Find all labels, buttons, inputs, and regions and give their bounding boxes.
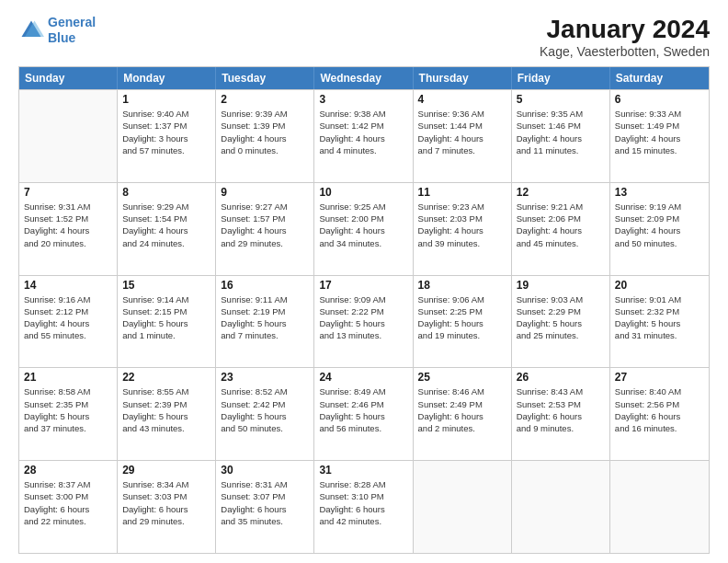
day-info: Sunrise: 8:37 AM Sunset: 3:00 PM Dayligh… (24, 478, 112, 527)
day-info: Sunrise: 8:40 AM Sunset: 2:56 PM Dayligh… (615, 385, 704, 434)
table-row: 28Sunrise: 8:37 AM Sunset: 3:00 PM Dayli… (19, 460, 709, 553)
cal-cell: 5Sunrise: 9:35 AM Sunset: 1:46 PM Daylig… (512, 90, 610, 182)
header: General Blue January 2024 Kage, Vaesterb… (18, 15, 710, 59)
cal-header-cell: Sunday (19, 67, 118, 89)
table-row: 14Sunrise: 9:16 AM Sunset: 2:12 PM Dayli… (19, 275, 709, 368)
day-number: 22 (122, 371, 210, 384)
cal-cell: 24Sunrise: 8:49 AM Sunset: 2:46 PM Dayli… (314, 368, 413, 460)
day-info: Sunrise: 9:25 AM Sunset: 2:00 PM Dayligh… (319, 201, 407, 249)
cal-cell: 3Sunrise: 9:38 AM Sunset: 1:42 PM Daylig… (314, 90, 413, 182)
cal-cell: 21Sunrise: 8:58 AM Sunset: 2:35 PM Dayli… (19, 368, 118, 460)
cal-cell: 8Sunrise: 9:29 AM Sunset: 1:54 PM Daylig… (118, 183, 216, 275)
subtitle: Kage, Vaesterbotten, Sweden (540, 44, 710, 59)
cal-cell: 20Sunrise: 9:01 AM Sunset: 2:32 PM Dayli… (610, 276, 709, 368)
day-info: Sunrise: 9:39 AM Sunset: 1:39 PM Dayligh… (221, 108, 309, 156)
day-info: Sunrise: 9:35 AM Sunset: 1:46 PM Dayligh… (517, 108, 605, 156)
day-info: Sunrise: 8:46 AM Sunset: 2:49 PM Dayligh… (418, 385, 506, 434)
main-title: January 2024 (540, 15, 710, 44)
cal-cell: 15Sunrise: 9:14 AM Sunset: 2:15 PM Dayli… (118, 276, 216, 368)
table-row: 21Sunrise: 8:58 AM Sunset: 2:35 PM Dayli… (19, 367, 709, 460)
cal-cell: 12Sunrise: 9:21 AM Sunset: 2:06 PM Dayli… (512, 183, 610, 275)
cal-cell (19, 90, 118, 182)
day-info: Sunrise: 8:43 AM Sunset: 2:53 PM Dayligh… (517, 385, 605, 434)
day-info: Sunrise: 9:23 AM Sunset: 2:03 PM Dayligh… (418, 201, 506, 249)
day-number: 6 (615, 93, 704, 106)
day-info: Sunrise: 8:49 AM Sunset: 2:46 PM Dayligh… (319, 385, 407, 434)
day-number: 2 (221, 93, 309, 106)
day-number: 13 (615, 186, 704, 199)
page: General Blue January 2024 Kage, Vaesterb… (0, 0, 728, 563)
cal-cell: 22Sunrise: 8:55 AM Sunset: 2:39 PM Dayli… (118, 368, 216, 460)
title-block: January 2024 Kage, Vaesterbotten, Sweden (540, 15, 710, 59)
table-row: 7Sunrise: 9:31 AM Sunset: 1:52 PM Daylig… (19, 182, 709, 275)
day-number: 21 (24, 371, 112, 384)
day-info: Sunrise: 9:33 AM Sunset: 1:49 PM Dayligh… (615, 108, 704, 156)
day-info: Sunrise: 9:31 AM Sunset: 1:52 PM Dayligh… (24, 201, 112, 249)
day-info: Sunrise: 9:36 AM Sunset: 1:44 PM Dayligh… (418, 108, 506, 156)
table-row: 1Sunrise: 9:40 AM Sunset: 1:37 PM Daylig… (19, 89, 709, 182)
day-number: 17 (319, 279, 407, 292)
cal-cell: 25Sunrise: 8:46 AM Sunset: 2:49 PM Dayli… (414, 368, 512, 460)
cal-header-cell: Saturday (610, 67, 709, 89)
day-number: 8 (122, 186, 210, 199)
day-info: Sunrise: 8:31 AM Sunset: 3:07 PM Dayligh… (221, 478, 309, 527)
cal-cell: 13Sunrise: 9:19 AM Sunset: 2:09 PM Dayli… (610, 183, 709, 275)
calendar-body: 1Sunrise: 9:40 AM Sunset: 1:37 PM Daylig… (19, 89, 709, 553)
cal-cell: 4Sunrise: 9:36 AM Sunset: 1:44 PM Daylig… (414, 90, 512, 182)
day-number: 30 (221, 464, 309, 477)
cal-cell: 30Sunrise: 8:31 AM Sunset: 3:07 PM Dayli… (216, 461, 314, 553)
day-number: 24 (319, 371, 407, 384)
cal-cell (610, 461, 709, 553)
day-number: 16 (221, 279, 309, 292)
day-info: Sunrise: 9:40 AM Sunset: 1:37 PM Dayligh… (122, 108, 210, 156)
day-number: 20 (615, 279, 704, 292)
day-info: Sunrise: 8:52 AM Sunset: 2:42 PM Dayligh… (221, 385, 309, 434)
cal-cell: 19Sunrise: 9:03 AM Sunset: 2:29 PM Dayli… (512, 276, 610, 368)
logo: General Blue (18, 15, 96, 46)
day-number: 14 (24, 279, 112, 292)
day-number: 19 (517, 279, 605, 292)
day-info: Sunrise: 9:16 AM Sunset: 2:12 PM Dayligh… (24, 293, 112, 342)
day-number: 28 (24, 464, 112, 477)
cal-cell: 17Sunrise: 9:09 AM Sunset: 2:22 PM Dayli… (314, 276, 413, 368)
cal-cell (414, 461, 512, 553)
day-number: 31 (319, 464, 407, 477)
day-info: Sunrise: 8:28 AM Sunset: 3:10 PM Dayligh… (319, 478, 407, 527)
day-number: 1 (122, 93, 210, 106)
cal-header-cell: Wednesday (314, 67, 413, 89)
day-info: Sunrise: 8:58 AM Sunset: 2:35 PM Dayligh… (24, 385, 112, 434)
day-number: 29 (122, 464, 210, 477)
cal-cell: 28Sunrise: 8:37 AM Sunset: 3:00 PM Dayli… (19, 461, 118, 553)
day-info: Sunrise: 9:21 AM Sunset: 2:06 PM Dayligh… (517, 201, 605, 249)
day-number: 4 (418, 93, 506, 106)
cal-cell: 2Sunrise: 9:39 AM Sunset: 1:39 PM Daylig… (216, 90, 314, 182)
day-number: 26 (517, 371, 605, 384)
cal-cell: 6Sunrise: 9:33 AM Sunset: 1:49 PM Daylig… (610, 90, 709, 182)
day-info: Sunrise: 9:06 AM Sunset: 2:25 PM Dayligh… (418, 293, 506, 342)
cal-header-cell: Tuesday (216, 67, 314, 89)
cal-cell: 11Sunrise: 9:23 AM Sunset: 2:03 PM Dayli… (414, 183, 512, 275)
calendar: SundayMondayTuesdayWednesdayThursdayFrid… (18, 66, 710, 554)
day-info: Sunrise: 9:09 AM Sunset: 2:22 PM Dayligh… (319, 293, 407, 342)
day-info: Sunrise: 9:38 AM Sunset: 1:42 PM Dayligh… (319, 108, 407, 156)
day-number: 18 (418, 279, 506, 292)
logo-text: General Blue (48, 15, 96, 46)
cal-cell: 16Sunrise: 9:11 AM Sunset: 2:19 PM Dayli… (216, 276, 314, 368)
day-number: 15 (122, 279, 210, 292)
cal-cell: 14Sunrise: 9:16 AM Sunset: 2:12 PM Dayli… (19, 276, 118, 368)
day-number: 7 (24, 186, 112, 199)
logo-icon (18, 17, 44, 43)
cal-cell: 23Sunrise: 8:52 AM Sunset: 2:42 PM Dayli… (216, 368, 314, 460)
cal-cell: 9Sunrise: 9:27 AM Sunset: 1:57 PM Daylig… (216, 183, 314, 275)
logo-general: General (48, 15, 96, 29)
cal-header-cell: Monday (118, 67, 216, 89)
day-info: Sunrise: 9:01 AM Sunset: 2:32 PM Dayligh… (615, 293, 704, 342)
day-number: 9 (221, 186, 309, 199)
cal-cell: 18Sunrise: 9:06 AM Sunset: 2:25 PM Dayli… (414, 276, 512, 368)
cal-cell: 1Sunrise: 9:40 AM Sunset: 1:37 PM Daylig… (118, 90, 216, 182)
cal-header-cell: Friday (512, 67, 610, 89)
day-number: 11 (418, 186, 506, 199)
day-number: 23 (221, 371, 309, 384)
day-info: Sunrise: 9:14 AM Sunset: 2:15 PM Dayligh… (122, 293, 210, 342)
cal-cell: 26Sunrise: 8:43 AM Sunset: 2:53 PM Dayli… (512, 368, 610, 460)
